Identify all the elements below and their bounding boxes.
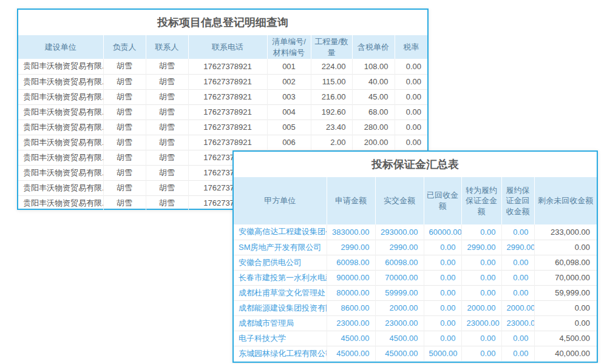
table-cell: 0.00: [395, 74, 427, 89]
table-cell: 2000.00: [501, 300, 534, 315]
table-cell: 0.00: [534, 300, 597, 315]
column-header: 联系人: [146, 35, 188, 59]
table-cell: 2990.00: [461, 240, 501, 255]
table-cell: 23000.00: [327, 315, 375, 331]
table-cell: 胡雪: [146, 165, 188, 180]
table-cell: 贵阳丰沃物资贸易有限...: [18, 165, 103, 180]
table-cell: 0.00: [461, 346, 501, 361]
table-cell: 280.00: [352, 120, 395, 135]
table-cell: 001: [267, 59, 311, 74]
table-cell: 45.00: [352, 89, 395, 104]
table-cell: 长春市建投第一水利水电建设: [234, 270, 327, 285]
table-cell: 002: [267, 74, 311, 89]
table-row: 贵阳丰沃物资贸易有限...胡雪胡雪17627378921004192.6068.…: [18, 104, 427, 120]
bid-deposit-summary-table-header: 甲方单位申请金额实交金额已回收金额转为履约保证金金额履约保证金回收金额剩余未回收…: [234, 177, 597, 224]
column-header: 申请金额: [327, 177, 375, 224]
table-cell: 0.00: [501, 224, 534, 240]
table-cell: 0.00: [461, 270, 501, 285]
page-canvas: 投标项目信息登记明细查询 建设单位负责人联系人联系电话清单编号/材料编号工程量/…: [0, 0, 607, 364]
table-cell: 115.00: [311, 74, 352, 89]
header-row: 甲方单位申请金额实交金额已回收金额转为履约保证金金额履约保证金回收金额剩余未回收…: [234, 177, 597, 224]
table-cell: 胡雪: [103, 195, 146, 211]
table-row: 电子科技大学4500.004500.000.000.000.004,500.00: [234, 331, 597, 346]
table-cell: 胡雪: [103, 135, 146, 150]
table-cell: 60000.00: [424, 224, 461, 240]
table-cell: 70,000.00: [534, 270, 597, 285]
column-header: 含税单价: [352, 35, 395, 59]
column-header: 清单编号/材料编号: [267, 35, 311, 59]
table-cell: 4500.00: [327, 331, 375, 346]
table-row: 贵阳丰沃物资贸易有限...胡雪胡雪17627378921001224.00108…: [18, 59, 427, 74]
table-cell: 224.00: [311, 59, 352, 74]
bid-deposit-summary-panel: 投标保证金汇总表 甲方单位申请金额实交金额已回收金额转为履约保证金金额履约保证金…: [232, 150, 598, 363]
table-cell: 胡雪: [103, 74, 146, 89]
table-cell: 胡雪: [146, 135, 188, 150]
table-cell: 安徽合肥供电公司: [234, 255, 327, 270]
table-cell: 0.00: [424, 240, 461, 255]
table-cell: 383000.00: [327, 224, 375, 240]
bid-project-detail-title: 投标项目信息登记明细查询: [18, 10, 427, 35]
table-cell: 胡雪: [146, 104, 188, 120]
table-row: 贵阳丰沃物资贸易有限...胡雪胡雪176273789210062.00200.0…: [18, 135, 427, 150]
table-cell: 贵阳丰沃物资贸易有限...: [18, 104, 103, 120]
table-cell: 0.00: [501, 270, 534, 285]
table-cell: 胡雪: [146, 195, 188, 211]
table-cell: 0.00: [424, 255, 461, 270]
table-cell: 003: [267, 89, 311, 104]
table-cell: 成都城市管理局: [234, 315, 327, 331]
table-cell: 0.00: [501, 331, 534, 346]
table-cell: 0.00: [461, 255, 501, 270]
table-cell: 40.00: [352, 74, 395, 89]
table-cell: 59,999.00: [534, 285, 597, 300]
table-cell: 0.00: [395, 104, 427, 120]
table-cell: 23000.00: [375, 315, 424, 331]
table-cell: 胡雪: [146, 89, 188, 104]
table-cell: 5000.00: [424, 346, 461, 361]
table-cell: 60098.00: [375, 255, 424, 270]
table-cell: 0.00: [424, 300, 461, 315]
table-cell: 005: [267, 120, 311, 135]
table-cell: 17627378921: [188, 120, 267, 135]
table-cell: 60098.00: [327, 255, 375, 270]
table-cell: 成都能源建设集团投资有限公: [234, 300, 327, 315]
table-cell: 70000.00: [375, 270, 424, 285]
table-cell: 17627378921: [188, 135, 267, 150]
table-cell: 0.00: [461, 224, 501, 240]
table-cell: 0.00: [424, 270, 461, 285]
table-cell: 胡雪: [146, 120, 188, 135]
table-cell: 0.00: [395, 135, 427, 150]
table-cell: SM房地产开发有限公司: [234, 240, 327, 255]
column-header: 实交金额: [375, 177, 424, 224]
table-cell: 贵阳丰沃物资贸易有限...: [18, 150, 103, 165]
table-cell: 胡雪: [103, 165, 146, 180]
table-cell: 17627378921: [188, 59, 267, 74]
table-cell: 0.00: [501, 346, 534, 361]
table-cell: 胡雪: [103, 180, 146, 195]
table-cell: 胡雪: [103, 104, 146, 120]
table-cell: 东城园林绿化工程有限公司: [234, 346, 327, 361]
bid-deposit-summary-table-body: 安徽高信达工程建设集团公司383000.00293000.0060000.000…: [234, 224, 597, 361]
table-cell: 2000.00: [461, 300, 501, 315]
table-row: 成都能源建设集团投资有限公8600.002000.000.002000.0020…: [234, 300, 597, 315]
table-cell: 4500.00: [375, 331, 424, 346]
header-row: 建设单位负责人联系人联系电话清单编号/材料编号工程量/数量含税单价税率: [18, 35, 427, 59]
table-cell: 胡雪: [146, 150, 188, 165]
column-header: 负责人: [103, 35, 146, 59]
table-row: 成都城市管理局23000.0023000.000.0023000.0023000…: [234, 315, 597, 331]
table-cell: 胡雪: [103, 89, 146, 104]
table-cell: 200.00: [352, 135, 395, 150]
table-cell: 2990.00: [375, 240, 424, 255]
table-cell: 0.00: [501, 285, 534, 300]
table-cell: 2990.00: [501, 240, 534, 255]
table-cell: 40,000.00: [534, 346, 597, 361]
table-cell: 0.00: [534, 315, 597, 331]
table-row: 长春市建投第一水利水电建设90000.0070000.000.000.000.0…: [234, 270, 597, 285]
table-cell: 贵阳丰沃物资贸易有限...: [18, 195, 103, 211]
table-cell: 贵阳丰沃物资贸易有限...: [18, 59, 103, 74]
table-row: 安徽高信达工程建设集团公司383000.00293000.0060000.000…: [234, 224, 597, 240]
table-cell: 192.60: [311, 104, 352, 120]
table-cell: 45000.00: [375, 346, 424, 361]
table-cell: 胡雪: [146, 180, 188, 195]
table-cell: 293000.00: [375, 224, 424, 240]
table-cell: 胡雪: [146, 59, 188, 74]
